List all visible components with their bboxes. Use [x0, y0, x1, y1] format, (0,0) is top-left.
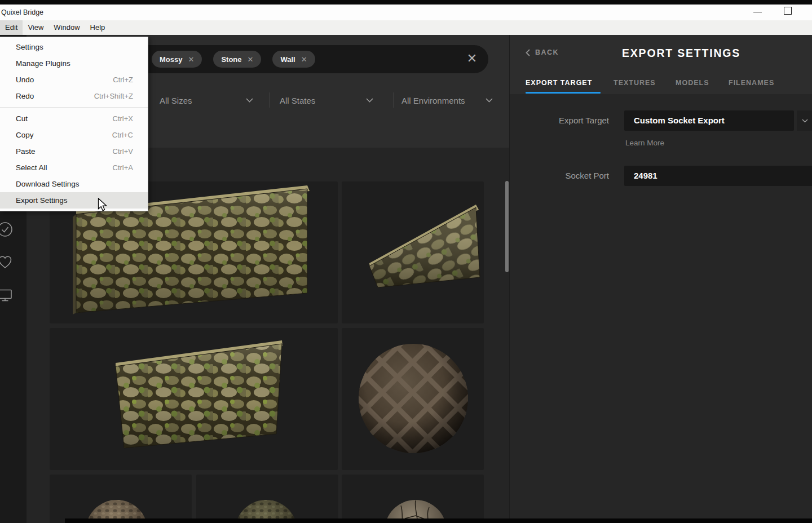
asset-tile-lattice-sphere[interactable]: [342, 328, 484, 470]
menu-item-export-settings[interactable]: Export Settings: [0, 192, 148, 209]
menu-edit[interactable]: Edit: [0, 20, 23, 35]
asset-tile-rock-sphere-3[interactable]: [342, 475, 484, 523]
menu-item-label: Copy: [16, 131, 34, 139]
filter-label: All Environments: [401, 96, 465, 105]
tag-label: Stone: [221, 55, 241, 64]
back-button[interactable]: BACK: [526, 48, 559, 56]
asset-tile-rock-sphere-2[interactable]: [196, 475, 338, 523]
menu-item-label: Redo: [16, 92, 34, 100]
menu-separator: [0, 107, 148, 108]
tab-export-target[interactable]: EXPORT TARGET: [526, 79, 614, 87]
asset-thumbnail: [196, 475, 338, 523]
menu-item-undo[interactable]: Undo Ctrl+Z: [0, 72, 148, 88]
menu-item-label: Export Settings: [16, 196, 68, 205]
clear-search-icon[interactable]: ✕: [462, 50, 482, 69]
mouse-cursor: [98, 198, 108, 212]
search-tag-row: Mossy ✕ Stone ✕ Wall ✕: [152, 51, 315, 68]
chevron-down-icon: [486, 98, 493, 103]
heart-icon[interactable]: [0, 254, 14, 271]
asset-thumbnail: [342, 475, 484, 523]
menu-item-shortcut: Ctrl+Shift+Z: [94, 92, 133, 100]
chevron-left-icon: [526, 49, 530, 56]
remove-tag-icon[interactable]: ✕: [188, 55, 194, 64]
tag-label: Mossy: [160, 55, 182, 64]
filter-divider: [393, 92, 394, 108]
asset-thumbnail: [342, 181, 484, 323]
menu-item-settings[interactable]: Settings: [0, 39, 148, 55]
menu-view[interactable]: View: [23, 20, 48, 35]
menu-bar: Edit View Window Help: [0, 20, 812, 35]
chevron-down-icon: [246, 98, 253, 103]
title-bar: Quixel Bridge: [0, 5, 812, 20]
tab-textures[interactable]: TEXTURES: [614, 79, 676, 87]
asset-tile-rock-sphere-1[interactable]: [50, 475, 192, 523]
menu-item-shortcut: Ctrl+X: [113, 114, 133, 123]
menu-item-label: Paste: [16, 147, 36, 156]
filter-all-environments[interactable]: All Environments: [401, 94, 493, 107]
menu-window[interactable]: Window: [48, 20, 85, 35]
filter-all-states[interactable]: All States: [280, 94, 373, 107]
menu-item-shortcut: Ctrl+A: [113, 163, 133, 172]
learn-more-link[interactable]: Learn More: [625, 139, 664, 147]
desktop-edge-strip: [0, 0, 812, 5]
menu-item-paste[interactable]: Paste Ctrl+V: [0, 143, 148, 159]
search-tag-wall[interactable]: Wall ✕: [272, 51, 315, 68]
filter-divider: [269, 92, 270, 108]
tab-filenames[interactable]: FILENAMES: [729, 79, 774, 87]
filter-all-sizes[interactable]: All Sizes: [160, 94, 253, 107]
menu-item-label: Select All: [16, 163, 47, 172]
asset-thumbnail: [50, 328, 338, 470]
asset-tile-mossy-wall-short[interactable]: [50, 328, 338, 470]
menu-help[interactable]: Help: [85, 20, 111, 35]
minimize-button[interactable]: [748, 5, 767, 20]
tag-label: Wall: [280, 55, 295, 64]
search-tag-stone[interactable]: Stone ✕: [213, 51, 261, 68]
remove-tag-icon[interactable]: ✕: [301, 55, 307, 64]
menu-item-copy[interactable]: Copy Ctrl+C: [0, 127, 148, 143]
export-target-dropdown-button[interactable]: [797, 110, 812, 131]
quixel-bridge-window: Quixel Bridge Edit View Window Help Moss…: [0, 0, 812, 523]
menu-item-shortcut: Ctrl+V: [113, 147, 133, 156]
tab-models[interactable]: MODELS: [676, 79, 729, 87]
check-circle-icon[interactable]: [0, 221, 14, 238]
socket-port-label: Socket Port: [526, 171, 609, 180]
menu-item-cut[interactable]: Cut Ctrl+X: [0, 110, 148, 127]
chevron-down-icon: [802, 119, 808, 123]
export-target-dropdown[interactable]: Custom Socket Export: [624, 110, 794, 131]
socket-port-value: 24981: [624, 166, 812, 186]
filter-label: All Sizes: [160, 96, 192, 105]
menu-item-label: Download Settings: [16, 180, 80, 188]
menu-item-manage-plugins[interactable]: Manage Plugins: [0, 55, 148, 72]
window-title: Quixel Bridge: [1, 5, 43, 20]
asset-thumbnail: [342, 328, 484, 470]
export-tabs: EXPORT TARGET TEXTURES MODELS FILENAMES: [526, 79, 774, 87]
asset-tile-sloped-wall[interactable]: [342, 181, 484, 323]
active-tab-underline: [526, 92, 601, 94]
menu-item-shortcut: Ctrl+C: [112, 131, 133, 139]
menu-item-redo[interactable]: Redo Ctrl+Shift+Z: [0, 88, 148, 104]
socket-port-input[interactable]: 24981: [624, 166, 812, 186]
asset-thumbnail: [50, 475, 192, 523]
menu-item-label: Manage Plugins: [16, 59, 70, 68]
menu-item-label: Cut: [16, 114, 28, 123]
export-target-value: Custom Socket Export: [624, 110, 794, 131]
chevron-down-icon: [366, 98, 373, 103]
export-target-label: Export Target: [526, 116, 609, 125]
edit-dropdown-menu: Settings Manage Plugins Undo Ctrl+Z Redo…: [0, 37, 148, 211]
filter-label: All States: [280, 96, 315, 105]
bottom-edge-strip: [65, 518, 812, 523]
local-assets-monitor-icon[interactable]: [0, 286, 14, 303]
menu-item-shortcut: Ctrl+Z: [113, 76, 133, 84]
vertical-scrollbar[interactable]: [505, 181, 509, 272]
maximize-icon: [784, 7, 792, 15]
menu-item-label: Settings: [16, 43, 43, 51]
panel-title: EXPORT SETTINGS: [622, 47, 740, 60]
remove-tag-icon[interactable]: ✕: [248, 55, 254, 64]
menu-item-select-all[interactable]: Select All Ctrl+A: [0, 159, 148, 176]
search-tag-mossy[interactable]: Mossy ✕: [152, 51, 202, 68]
maximize-button[interactable]: [778, 5, 797, 20]
menu-item-label: Undo: [16, 76, 34, 84]
export-settings-panel: BACK EXPORT SETTINGS EXPORT TARGET TEXTU…: [509, 35, 812, 523]
menu-item-download-settings[interactable]: Download Settings: [0, 176, 148, 192]
back-label: BACK: [535, 48, 559, 56]
